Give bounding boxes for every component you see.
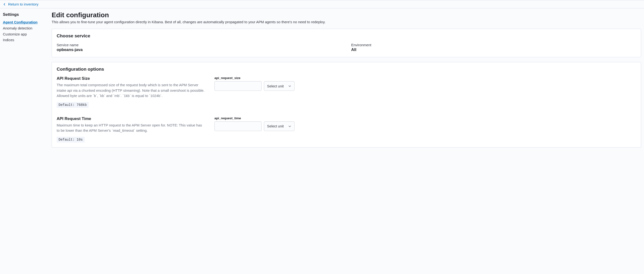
service-name-label: Service name	[57, 43, 342, 47]
option-api-key: api_request_time	[214, 116, 296, 120]
option-api-request-time: API Request Time Maximum time to keep an…	[57, 116, 636, 143]
top-bar: Return to inventory	[0, 0, 644, 8]
option-description: Maximum time to keep an HTTP request to …	[57, 123, 205, 133]
api-request-time-unit-select[interactable]: Select unit	[264, 121, 294, 131]
choose-service-panel: Choose service Service name opbeans-java…	[52, 29, 641, 57]
select-label: Select unit	[267, 124, 284, 128]
service-name-block: Service name opbeans-java	[57, 43, 342, 52]
environment-value: All	[351, 47, 636, 52]
sidebar-item-customize-app[interactable]: Customize app	[3, 31, 46, 37]
option-title: API Request Size	[57, 76, 205, 81]
environment-label: Environment	[351, 43, 636, 47]
option-description: The maximum total compressed size of the…	[57, 82, 205, 99]
api-request-time-input[interactable]	[214, 121, 262, 131]
chevron-left-icon	[3, 3, 6, 6]
page-title: Edit configuration	[52, 11, 641, 19]
option-title: API Request Time	[57, 116, 205, 121]
service-name-value: opbeans-java	[57, 47, 342, 52]
sidebar-title: Settings	[3, 12, 46, 17]
sidebar-item-indices[interactable]: Indices	[3, 37, 46, 43]
choose-service-title: Choose service	[57, 33, 636, 39]
chevron-down-icon	[288, 124, 292, 128]
sidebar-item-anomaly-detection[interactable]: Anomaly detection	[3, 25, 46, 31]
api-request-size-unit-select[interactable]: Select unit	[264, 81, 294, 91]
sidebar: Settings Agent Configuration Anomaly det…	[3, 11, 46, 152]
sidebar-item-agent-configuration[interactable]: Agent Configuration	[3, 19, 46, 25]
option-api-request-size: API Request Size The maximum total compr…	[57, 76, 636, 108]
return-label: Return to inventory	[8, 2, 38, 6]
main-content: Edit configuration This allows you to fi…	[52, 11, 641, 152]
option-default: Default: 10s	[57, 137, 84, 143]
option-default: Default: 768kb	[57, 102, 89, 108]
return-link[interactable]: Return to inventory	[0, 0, 41, 8]
api-request-size-input[interactable]	[214, 81, 262, 91]
option-api-key: api_request_size	[214, 76, 296, 80]
configuration-options-title: Configuration options	[57, 67, 636, 72]
page-description: This allows you to fine-tune your agent …	[52, 20, 641, 24]
configuration-options-panel: Configuration options API Request Size T…	[52, 62, 641, 148]
chevron-down-icon	[288, 84, 292, 88]
environment-block: Environment All	[351, 43, 636, 52]
select-label: Select unit	[267, 84, 284, 88]
